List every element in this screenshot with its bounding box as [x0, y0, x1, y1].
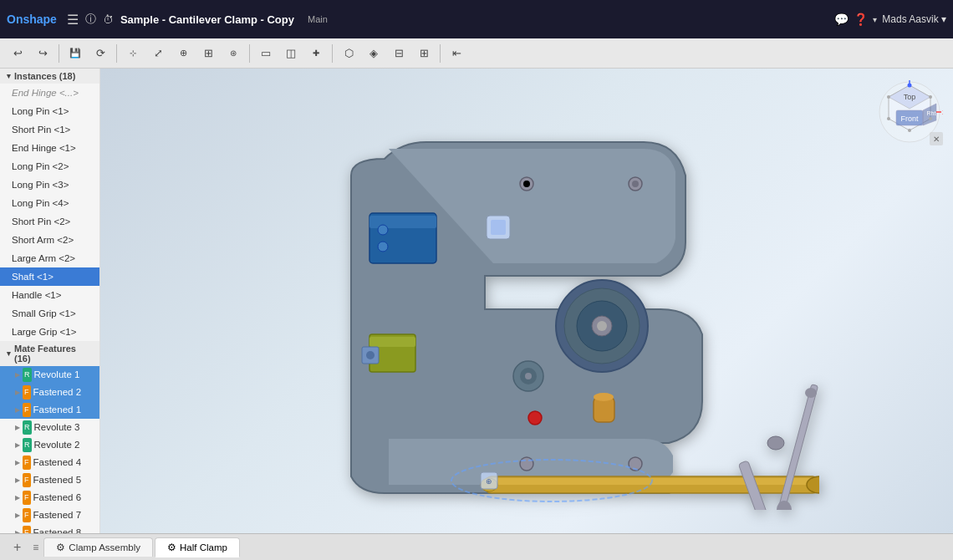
revolute-1-arrow: ▶ — [15, 368, 20, 382]
explode-button[interactable]: ⇤ — [446, 43, 467, 64]
fastened-2-label: Fastened 2 — [33, 385, 82, 400]
help-chevron[interactable]: ▾ — [873, 15, 877, 24]
svg-point-48 — [528, 411, 542, 425]
sidebar-item-long-pin-3[interactable]: Long Pin <3> — [0, 176, 99, 194]
section-button[interactable]: ◫ — [280, 43, 302, 64]
revolute-3-label: Revolute 3 — [34, 420, 80, 435]
select-button[interactable]: ⊹ — [122, 43, 144, 64]
sidebar-item-short-pin-1[interactable]: Short Pin <1> — [0, 120, 99, 139]
fastened-8-label: Fastened 8 — [33, 526, 82, 533]
toolbar-sep-3 — [249, 44, 250, 63]
fastened-7-arrow: ▶ — [15, 508, 20, 522]
mate-features-label: Mate Features (16) — [14, 344, 93, 364]
rotate-button[interactable]: ⊕ — [172, 43, 194, 64]
clamp-assembly-tab-label: Clamp Assembly — [69, 542, 140, 552]
tab-list-button[interactable]: ≡ — [28, 540, 43, 555]
move-button[interactable]: ⤢ — [147, 43, 169, 64]
add-tab-button[interactable]: + — [7, 538, 28, 557]
sidebar-item-fastened-6[interactable]: ▶ F Fastened 6 — [0, 489, 99, 507]
sidebar-item-revolute-3[interactable]: ▶ R Revolute 3 — [0, 419, 99, 436]
fastened-4-label: Fastened 4 — [33, 456, 82, 470]
tab-half-clamp[interactable]: ⚙ Half Clamp — [155, 537, 240, 557]
wireframe-button[interactable]: ⊟ — [388, 43, 410, 64]
fastened-8-arrow: ▶ — [15, 526, 20, 533]
help-icon[interactable]: ❓ — [854, 13, 868, 26]
onshape-logo[interactable]: Onshape — [7, 13, 57, 26]
view-frame-button[interactable]: ▭ — [255, 43, 277, 64]
sidebar-item-fastened-2[interactable]: ▶ F Fastened 2 — [0, 384, 99, 401]
chat-icon[interactable]: 💬 — [834, 13, 849, 26]
sidebar-item-revolute-1[interactable]: ▶ R Revolute 1 — [0, 366, 99, 384]
sidebar-item-large-grip-1[interactable]: Large Grip <1> — [0, 323, 99, 341]
3d-canvas[interactable]: ⊕ — [100, 69, 953, 533]
rebuild-button[interactable]: ⟳ — [89, 43, 111, 64]
topbar: Onshape ☰ ⓘ ⏱ Sample - Cantilever Clamp … — [0, 0, 953, 38]
sidebar-item-short-pin-2[interactable]: Short Pin <2> — [0, 212, 99, 231]
sidebar-item-fastened-5[interactable]: ▶ F Fastened 5 — [0, 471, 99, 489]
sidebar-item-large-arm-2[interactable]: Large Arm <2> — [0, 249, 99, 267]
sidebar-item-long-pin-1[interactable]: Long Pin <1> — [0, 102, 99, 120]
sidebar-item-end-hinge-top[interactable]: End Hinge <...> — [0, 84, 99, 102]
fastened-8-icon: F — [23, 526, 31, 533]
fastened-4-icon: F — [23, 456, 31, 470]
history-icon[interactable]: ⏱ — [103, 13, 114, 26]
svg-text:⊕: ⊕ — [486, 477, 492, 486]
sidebar-item-handle-1[interactable]: Handle <1> — [0, 286, 99, 304]
revolute-3-icon: R — [23, 420, 32, 435]
sidebar-item-fastened-4[interactable]: ▶ F Fastened 4 — [0, 454, 99, 471]
sidebar-item-fastened-8[interactable]: ▶ F Fastened 8 — [0, 524, 99, 533]
undo-button[interactable]: ↩ — [7, 43, 28, 64]
svg-point-21 — [378, 242, 388, 252]
parts-button[interactable]: ⬡ — [338, 43, 359, 64]
svg-point-20 — [378, 225, 388, 235]
svg-point-39 — [594, 393, 614, 401]
fastened-6-icon: F — [23, 491, 31, 505]
redo-button[interactable]: ↪ — [32, 43, 54, 64]
sidebar-item-small-grip-1[interactable]: Small Grip <1> — [0, 304, 99, 323]
svg-point-54 — [777, 501, 792, 510]
topbar-title: Sample - Cantilever Clamp - Copy — [120, 13, 294, 26]
svg-point-46 — [520, 457, 533, 471]
toolbar-sep-1 — [59, 44, 59, 63]
mate-features-header[interactable]: ▾ Mate Features (16) — [0, 341, 99, 366]
transform-button[interactable]: ⊞ — [197, 43, 219, 64]
sidebar-item-revolute-2[interactable]: ▶ R Revolute 2 — [0, 436, 99, 454]
toolbar-sep-2 — [116, 44, 117, 63]
fastened-6-arrow: ▶ — [15, 491, 20, 505]
fastened-5-icon: F — [23, 473, 31, 487]
fastened-1-icon: F — [23, 403, 31, 417]
sidebar-item-fastened-1[interactable]: ▶ F Fastened 1 — [0, 401, 99, 419]
measure-button[interactable]: ✚ — [305, 43, 327, 64]
topbar-tag: Main — [308, 14, 328, 24]
fastened-7-icon: F — [23, 508, 31, 522]
sidebar-item-end-hinge-1[interactable]: End Hinge <1> — [0, 139, 99, 157]
surfaces-button[interactable]: ◈ — [363, 43, 385, 64]
fastened-5-arrow: ▶ — [15, 473, 20, 487]
revolute-2-icon: R — [23, 438, 32, 452]
user-menu[interactable]: Mads Aasvik ▾ — [882, 13, 946, 25]
sidebar-item-short-arm-2[interactable]: Short Arm <2> — [0, 231, 99, 249]
sidebar-item-long-pin-4[interactable]: Long Pin <4> — [0, 194, 99, 212]
revolute-2-arrow: ▶ — [15, 438, 20, 452]
shaded-button[interactable]: ⊞ — [413, 43, 435, 64]
mate-button[interactable]: ⊛ — [222, 43, 244, 64]
toolbar: ↩ ↪ 💾 ⟳ ⊹ ⤢ ⊕ ⊞ ⊛ ▭ ◫ ✚ ⬡ ◈ ⊟ ⊞ ⇤ — [0, 38, 953, 69]
main-area: ▾ Instances (18) End Hinge <...> Long Pi… — [0, 69, 953, 533]
toolbar-sep-5 — [440, 44, 441, 63]
fastened-2-icon: F — [23, 385, 31, 400]
clamp-assembly-tab-icon: ⚙ — [56, 542, 65, 553]
svg-point-30 — [597, 321, 607, 331]
half-clamp-tab-icon: ⚙ — [167, 542, 176, 553]
instances-chevron: ▾ — [7, 72, 11, 80]
sidebar: ▾ Instances (18) End Hinge <...> Long Pi… — [0, 69, 100, 533]
hamburger-icon[interactable]: ☰ — [67, 12, 79, 28]
tab-clamp-assembly[interactable]: ⚙ Clamp Assembly — [43, 537, 153, 557]
save-button[interactable]: 💾 — [64, 43, 86, 64]
instances-header[interactable]: ▾ Instances (18) — [0, 69, 99, 84]
3d-viewport[interactable]: Front Rht Top Z X — [100, 69, 953, 533]
sidebar-item-fastened-7[interactable]: ▶ F Fastened 7 — [0, 507, 99, 524]
sidebar-item-long-pin-2[interactable]: Long Pin <2> — [0, 157, 99, 176]
sidebar-item-shaft-1[interactable]: Shaft <1> — [0, 267, 99, 286]
info-icon[interactable]: ⓘ — [85, 12, 96, 27]
mate-features-chevron: ▾ — [7, 349, 11, 358]
